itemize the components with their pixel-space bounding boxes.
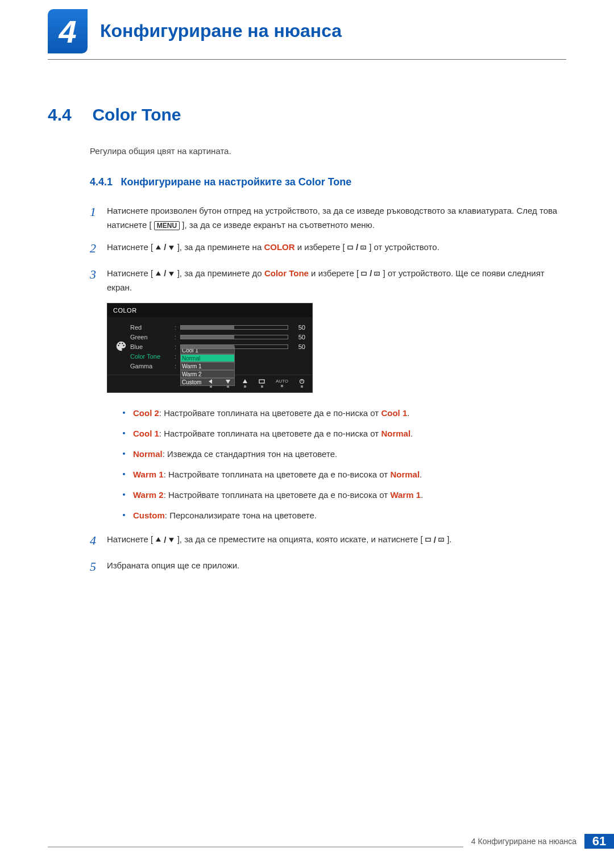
footer-rule <box>48 846 463 849</box>
svg-marker-4 <box>156 271 161 276</box>
subsection-title: Конфигуриране на настройките за Color To… <box>121 176 352 188</box>
select-enter-icon: / <box>425 533 445 547</box>
svg-marker-9 <box>226 380 230 384</box>
step-1: 1 Натиснете произволен бутон отпред на у… <box>90 204 566 232</box>
svg-marker-14 <box>156 538 161 542</box>
select-enter-icon: / <box>347 240 367 255</box>
osd-label: Red <box>130 324 175 331</box>
step-text: Избраната опция ще се приложи. <box>107 560 239 570</box>
osd-value: 50 <box>293 334 305 340</box>
bullet-item: Cool 1: Настройвате топлината на цветове… <box>123 427 566 441</box>
svg-marker-0 <box>156 245 161 250</box>
osd-label-selected: Color Tone <box>130 353 175 360</box>
svg-marker-8 <box>209 379 212 384</box>
menu-key: MENU <box>154 221 180 230</box>
power-icon <box>298 379 305 388</box>
step-text: ], за да преминете на <box>177 242 264 252</box>
osd-row-red: Red : 50 <box>130 323 305 333</box>
section-number: 4.4 <box>48 105 90 124</box>
bullet-item: Cool 2: Настройвате топлината на цветове… <box>123 406 566 420</box>
palette-icon <box>112 323 130 371</box>
step-5: 5 Избраната опция ще се приложи. <box>90 559 566 577</box>
section-heading: 4.4 Color Tone <box>48 105 566 124</box>
step-text: Натиснете [ <box>107 242 153 252</box>
svg-rect-16 <box>426 538 430 542</box>
osd-panel: COLOR Red : 50 Green : <box>107 303 313 393</box>
bullet-item: Normal: Извежда се стандартния тон на цв… <box>123 447 566 461</box>
header-rule <box>48 59 566 60</box>
svg-marker-15 <box>169 538 175 543</box>
svg-marker-10 <box>243 379 247 383</box>
page-footer: 4 Конфигуриране на нюанса 61 <box>48 834 614 849</box>
osd-row-gamma: Gamma : Cool 1 Normal Warm 1 Warm 2 Cust… <box>130 362 305 371</box>
section-intro: Регулира общия цвят на картината. <box>90 146 566 156</box>
keyword: Color Tone <box>264 268 309 278</box>
step-number: 2 <box>90 238 107 259</box>
page-number: 61 <box>584 834 614 849</box>
bullet-item: Warm 1: Настройвате топлината на цветове… <box>123 468 566 481</box>
step-number: 3 <box>90 264 107 295</box>
osd-option: Warm 2 <box>180 370 235 378</box>
up-down-icon: / <box>155 240 175 255</box>
enter-icon <box>259 379 265 388</box>
osd-title: COLOR <box>107 304 312 317</box>
svg-rect-2 <box>348 246 352 250</box>
chapter-badge: 4 <box>48 9 88 53</box>
osd-label: Gamma <box>130 363 175 369</box>
subsection-number: 4.4.1 <box>90 176 113 188</box>
step-text: Натиснете [ <box>107 534 153 544</box>
keyword: COLOR <box>264 242 294 252</box>
auto-label: AUTO <box>276 379 288 388</box>
up-down-icon: / <box>155 267 175 281</box>
step-text: ], за да преминете до <box>177 268 264 278</box>
step-text: Натиснете [ <box>107 268 153 278</box>
step-3: 3 Натиснете [ / ], за да преминете до Co… <box>90 267 566 295</box>
svg-rect-6 <box>362 272 366 276</box>
step-number: 5 <box>90 556 107 577</box>
osd-option-selected: Normal <box>180 354 235 362</box>
osd-value: 50 <box>293 324 305 331</box>
chapter-number: 4 <box>59 13 76 50</box>
svg-rect-11 <box>259 380 264 383</box>
bullet-item: Warm 2: Настройвате топлината на цветове… <box>123 488 566 502</box>
osd-option: Warm 1 <box>180 362 235 370</box>
section-title: Color Tone <box>92 105 181 124</box>
back-icon <box>208 379 214 388</box>
step-text: ] от устройството. <box>369 242 439 252</box>
bullet-list: Cool 2: Настройвате топлината на цветове… <box>123 406 566 522</box>
svg-marker-5 <box>169 272 175 277</box>
step-text: и изберете [ <box>311 268 359 278</box>
step-number: 4 <box>90 530 107 551</box>
step-4: 4 Натиснете [ / ], за да се преместите н… <box>90 533 566 551</box>
step-text: ]. <box>447 534 451 544</box>
step-text: ], за да се изведе екранът на съответнот… <box>182 220 375 230</box>
down-icon <box>225 379 231 388</box>
select-enter-icon: / <box>361 267 380 281</box>
up-down-icon: / <box>155 533 175 547</box>
osd-row-green: Green : 50 <box>130 333 305 342</box>
chapter-title: Конфигуриране на нюанса <box>100 20 342 41</box>
bullet-item: Custom: Персонализирате тона на цветовет… <box>123 509 566 522</box>
up-icon <box>242 379 248 388</box>
osd-label: Green <box>130 334 175 340</box>
svg-marker-1 <box>169 246 175 250</box>
step-number: 1 <box>90 202 107 232</box>
step-text: ], за да се преместите на опцията, която… <box>177 534 423 544</box>
osd-label: Blue <box>130 343 175 350</box>
step-2: 2 Натиснете [ / ], за да преминете на CO… <box>90 240 566 259</box>
step-text: и изберете [ <box>297 242 345 252</box>
subsection-heading: 4.4.1 Конфигуриране на настройките за Co… <box>90 176 566 188</box>
footer-text: 4 Конфигуриране на нюанса <box>463 837 584 846</box>
